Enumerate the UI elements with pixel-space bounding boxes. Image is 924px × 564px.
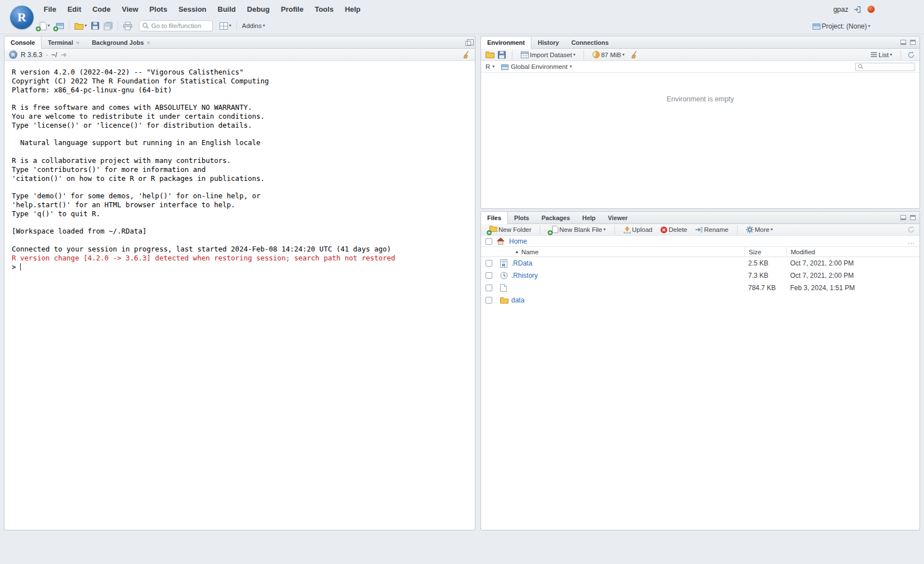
panes-layout-button[interactable]: ▾ <box>217 19 234 32</box>
addins-button[interactable]: Addins ▾ <box>240 19 267 32</box>
environment-tabbar: EnvironmentHistoryConnections <box>481 36 920 49</box>
new-file-button[interactable]: ▾ <box>35 19 52 32</box>
refresh-icon[interactable] <box>907 51 915 59</box>
maximize-pane-icon[interactable] <box>910 40 916 45</box>
console-line: You are welcome to redistribute it under… <box>12 112 470 121</box>
console-tab-console[interactable]: Console <box>4 36 41 49</box>
row-checkbox[interactable] <box>486 297 492 304</box>
files-tab-packages[interactable]: Packages <box>535 212 576 223</box>
menu-build[interactable]: Build <box>212 0 242 18</box>
sort-ascending-icon: ▲ <box>515 249 519 254</box>
console-line <box>12 94 470 103</box>
file-name-link[interactable]: data <box>511 296 744 304</box>
file-name-link[interactable]: .RData <box>511 259 744 267</box>
row-checkbox[interactable] <box>486 285 492 291</box>
more-label: More <box>755 226 769 233</box>
home-icon[interactable] <box>497 237 505 245</box>
project-label: Project: (None) <box>822 22 867 30</box>
tab-label: Viewer <box>608 215 628 221</box>
print-button[interactable] <box>121 19 134 32</box>
goto-directory-icon[interactable] <box>60 52 67 58</box>
open-file-button[interactable]: ▾ <box>72 19 89 32</box>
rename-button[interactable]: Rename <box>693 223 730 236</box>
console-line: Connected to your session in progress, l… <box>12 245 470 254</box>
save-all-button[interactable] <box>101 19 115 32</box>
console-tab-terminal[interactable]: Terminal× <box>41 36 85 48</box>
load-workspace-icon[interactable] <box>486 51 494 58</box>
breadcrumb-home-link[interactable]: Home <box>509 237 527 245</box>
files-tab-files[interactable]: Files <box>481 212 508 224</box>
environment-selector[interactable]: Global Environment ▾ <box>501 63 572 70</box>
goto-file-input[interactable] <box>151 22 209 29</box>
menu-profile[interactable]: Profile <box>275 0 309 18</box>
menu-session[interactable]: Session <box>173 0 212 18</box>
tab-label: Packages <box>542 215 570 221</box>
files-tab-help[interactable]: Help <box>576 212 602 223</box>
menu-debug[interactable]: Debug <box>241 0 275 18</box>
environment-tab-environment[interactable]: Environment <box>481 36 531 49</box>
column-header-modified[interactable]: Modified <box>786 247 920 257</box>
console-line: 'help.start()' for an HTML browser inter… <box>12 201 470 209</box>
column-header-name[interactable]: ▲ Name <box>511 249 744 255</box>
new-folder-button[interactable]: New Folder <box>486 223 534 236</box>
delete-button[interactable]: Delete <box>658 223 689 236</box>
console-prompt-line[interactable]: > <box>12 263 470 272</box>
menu-bar: R FileEditCodeViewPlotsSessionBuildDebug… <box>0 0 924 18</box>
files-tab-plots[interactable]: Plots <box>508 212 535 223</box>
display-mode-button[interactable]: List ▾ <box>868 48 894 62</box>
import-dataset-label: Import Dataset <box>530 52 572 58</box>
rename-icon <box>695 226 703 233</box>
console-tab-background-jobs[interactable]: Background Jobs× <box>86 36 156 48</box>
save-button[interactable] <box>89 19 101 32</box>
close-icon[interactable]: × <box>147 39 150 46</box>
files-tab-viewer[interactable]: Viewer <box>602 212 634 223</box>
menu-view[interactable]: View <box>116 0 143 18</box>
language-selector[interactable]: R ▾ <box>486 63 494 70</box>
minimize-pane-icon[interactable] <box>900 215 906 220</box>
console-line: Type 'q()' to quit R. <box>12 209 470 218</box>
environment-empty-message: Environment is empty <box>481 95 920 103</box>
maximize-pane-icon[interactable] <box>465 41 471 46</box>
environment-tab-connections[interactable]: Connections <box>565 36 615 48</box>
list-view-icon <box>870 52 878 58</box>
printer-icon <box>123 22 132 30</box>
menu-edit[interactable]: Edit <box>62 0 87 18</box>
memory-usage-button[interactable]: 87 MiB ▾ <box>590 48 627 62</box>
chevron-down-icon: ▾ <box>868 24 870 29</box>
column-header-size[interactable]: Size <box>744 247 786 257</box>
menu-tools[interactable]: Tools <box>309 0 339 18</box>
environment-search <box>855 63 915 71</box>
text-cursor <box>20 263 21 271</box>
new-blank-file-button[interactable]: New Blank File ▾ <box>547 223 608 236</box>
project-selector[interactable]: Project: (None) ▾ <box>810 20 872 33</box>
clear-console-icon[interactable] <box>462 50 470 59</box>
menu-code[interactable]: Code <box>87 0 116 18</box>
upload-button[interactable]: Upload <box>621 223 655 236</box>
save-workspace-icon[interactable] <box>498 51 506 59</box>
console-output[interactable]: R version 4.2.0 (2022-04-22) -- "Vigorou… <box>4 61 475 530</box>
file-modified: Oct 7, 2021, 2:00 PM <box>786 272 920 279</box>
menu-help[interactable]: Help <box>339 0 366 18</box>
environment-search-input[interactable] <box>865 63 912 70</box>
chevron-down-icon: ▾ <box>570 64 572 69</box>
minimize-pane-icon[interactable] <box>900 40 906 45</box>
select-all-checkbox[interactable] <box>486 238 492 245</box>
more-button[interactable]: More ▾ <box>744 223 775 236</box>
new-project-button[interactable] <box>52 19 66 32</box>
clear-environment-icon[interactable] <box>630 50 638 59</box>
file-name-link[interactable]: .Rhistory <box>511 272 744 279</box>
environment-scope-bar: R ▾ Global Environment ▾ <box>481 61 920 73</box>
sign-out-icon[interactable] <box>853 6 862 13</box>
environment-tab-history[interactable]: History <box>531 36 565 48</box>
row-checkbox[interactable] <box>486 272 492 279</box>
menu-file[interactable]: File <box>38 0 62 18</box>
menu-plots[interactable]: Plots <box>144 0 173 18</box>
import-dataset-button[interactable]: Import Dataset ▾ <box>519 48 577 62</box>
list-view-label: List <box>879 52 889 58</box>
row-checkbox[interactable] <box>486 260 492 267</box>
close-icon[interactable]: × <box>76 39 79 46</box>
refresh-icon[interactable] <box>907 226 915 234</box>
tab-label: Connections <box>571 39 609 46</box>
maximize-pane-icon[interactable] <box>910 215 916 220</box>
path-overflow-button[interactable]: ... <box>908 237 915 245</box>
